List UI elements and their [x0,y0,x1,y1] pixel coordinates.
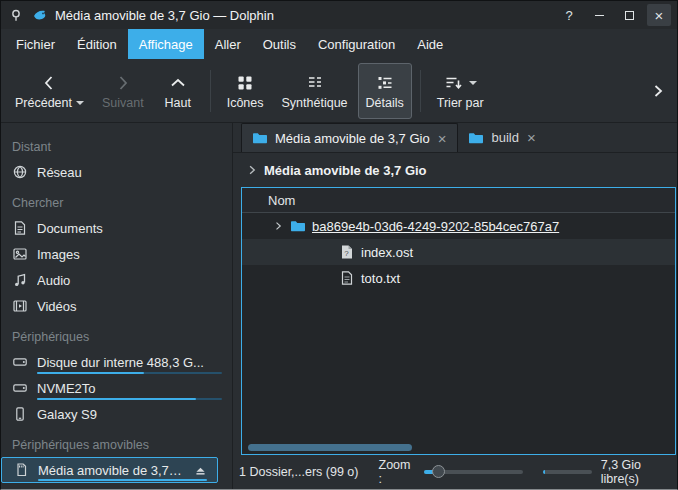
eject-icon[interactable] [192,462,208,478]
view-details-button[interactable]: Détails [358,63,412,119]
folder-icon [468,130,484,146]
menu-fichier[interactable]: Fichier [5,29,66,59]
tab-close-icon[interactable]: × [526,130,537,145]
sidebar-item-images[interactable]: Images [1,241,232,267]
sidebar-item-videos[interactable]: Vidéos [1,293,232,319]
videos-icon [12,298,28,314]
sidebar-item-label: Disque dur interne 488,3 G... [37,355,223,370]
menu-outils[interactable]: Outils [252,29,307,59]
titlebar[interactable]: Média amovible de 3,7 Gio — Dolphin ? × [1,1,677,29]
zoom-slider-handle[interactable] [432,465,445,478]
breadcrumb-location[interactable]: Média amovible de 3,7 Gio [264,163,427,178]
folder-icon [252,130,268,146]
sidebar-item-label: Documents [37,221,223,236]
compact-view-icon [305,73,325,93]
network-icon [12,164,28,180]
close-button[interactable]: × [647,4,671,26]
capacity-fill [543,470,545,474]
file-row-index-ost[interactable]: ? index.ost [242,239,675,265]
maximize-icon [625,11,634,20]
sidebar-item-documents[interactable]: Documents [1,215,232,241]
file-row-toto-txt[interactable]: toto.txt [242,265,675,291]
selection-summary: 1 Dossier,...ers (99 o) [239,465,359,479]
tab-close-icon[interactable]: × [437,131,448,146]
window-title: Média amovible de 3,7 Gio — Dolphin [55,8,274,23]
text-file-icon [339,270,355,286]
hard-drive-icon [12,354,28,370]
sort-by-label: Trier par [437,96,484,110]
sidebar-item-media-amovible[interactable]: Média amovible de 3,7 ... [1,457,218,483]
pin-icon[interactable] [7,6,25,24]
dolphin-app-icon [31,6,49,24]
toolbar-overflow-button[interactable] [645,69,671,113]
zoom-slider-fill [424,470,439,474]
details-view-icon [375,73,395,93]
tab-label: build [491,130,518,145]
file-row-folder[interactable]: ba869e4b-03d6-4249-9202-85b4cec767a7 [242,213,675,239]
places-panel: Distant Réseau Chercher Documents Images [1,123,233,489]
audio-icon [12,272,28,288]
up-label: Haut [164,96,190,110]
section-peripheriques-amovibles: Périphériques amovibles [1,433,232,457]
chevron-right-icon [246,164,258,176]
menu-aller[interactable]: Aller [204,29,252,59]
section-distant: Distant [1,135,232,159]
column-header-nom[interactable]: Nom [242,188,675,213]
zoom-slider[interactable] [424,465,524,479]
view-icons-button[interactable]: Icônes [219,63,272,119]
view-compact-button[interactable]: Synthétique [274,63,356,119]
section-peripheriques: Périphériques [1,325,232,349]
file-name[interactable]: ba869e4b-03d6-4249-9202-85b4cec767a7 [312,219,559,234]
documents-icon [12,220,28,236]
icons-label: Icônes [227,96,264,110]
capacity-bar [543,470,591,474]
scrollbar-thumb[interactable] [248,444,412,451]
menu-edition[interactable]: Édition [66,29,128,59]
status-bar: 1 Dossier,...ers (99 o) Zoom : [233,455,677,489]
horizontal-scrollbar[interactable] [248,444,669,451]
menu-aide[interactable]: Aide [406,29,454,59]
expand-arrow-icon[interactable] [272,220,284,232]
icons-view-icon [235,73,255,93]
disk-usage-bar [37,398,222,401]
file-name[interactable]: index.ost [361,245,413,260]
up-arrow-icon [168,73,188,93]
sidebar-item-reseau[interactable]: Réseau [1,159,232,185]
sidebar-item-disque-interne[interactable]: Disque dur interne 488,3 G... [1,349,232,375]
location-bar[interactable]: Média amovible de 3,7 Gio [233,153,677,187]
svg-text:?: ? [344,249,349,258]
help-button[interactable]: ? [557,4,581,26]
back-history-caret-icon[interactable] [76,101,84,105]
chevron-right-icon [650,83,666,99]
file-name[interactable]: toto.txt [361,271,400,286]
menu-configuration[interactable]: Configuration [307,29,406,59]
maximize-button[interactable] [617,4,641,26]
zoom-label: Zoom : [379,458,416,486]
main-toolbar: Précédent Suivant Haut Icônes Synthétiqu… [1,59,677,123]
sidebar-item-nvme2to[interactable]: NVME2To [1,375,232,401]
menubar: Fichier Édition Affichage Aller Outils C… [1,29,677,59]
sidebar-item-label: Galaxy S9 [37,407,223,422]
minimize-button[interactable] [587,4,611,26]
forward-button[interactable]: Suivant [94,63,152,119]
disk-usage-bar [37,372,222,375]
menu-affichage[interactable]: Affichage [128,29,204,59]
toolbar-separator [420,70,421,112]
back-label: Précédent [15,96,72,110]
tab-build[interactable]: build × [458,123,546,152]
up-button[interactable]: Haut [154,63,202,119]
column-header-label: Nom [268,193,295,208]
back-button[interactable]: Précédent [7,63,92,119]
tab-media-amovible[interactable]: Média amovible de 3,7 Gio × [241,123,458,152]
hard-drive-icon [12,380,28,396]
forward-arrow-icon [113,73,133,93]
free-space-indicator: 7,3 Gio libre(s) [543,458,669,486]
sort-by-button[interactable]: Trier par [429,63,492,119]
unknown-file-icon: ? [339,244,355,260]
sidebar-item-audio[interactable]: Audio [1,267,232,293]
minimize-icon [595,15,604,16]
sidebar-item-label: Images [37,247,223,262]
file-view[interactable]: Nom ba869e4b-03d6-4249-9202-85b4cec767a7… [241,187,676,455]
toolbar-separator [210,70,211,112]
sidebar-item-galaxy-s9[interactable]: Galaxy S9 [1,401,232,427]
